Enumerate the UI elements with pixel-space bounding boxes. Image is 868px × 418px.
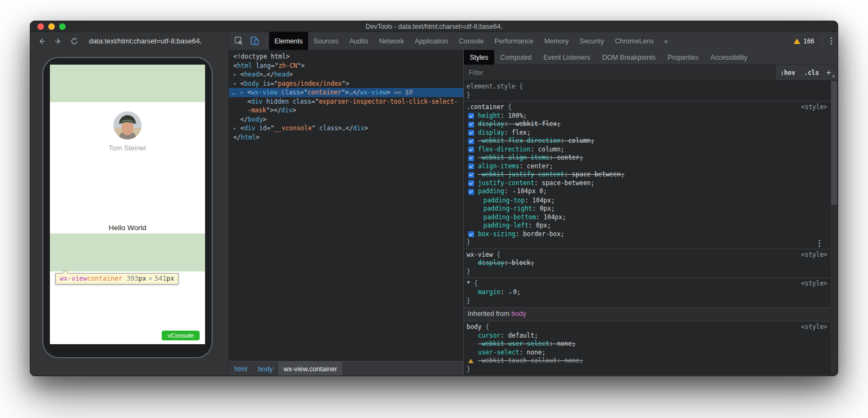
node-menu-ellipsis[interactable]: …	[232, 88, 236, 97]
new-style-rule-button[interactable]: +	[824, 65, 838, 80]
property-checkbox[interactable]	[468, 172, 474, 178]
tab-network[interactable]: Network	[374, 32, 410, 50]
tab-elements[interactable]: Elements	[269, 32, 308, 50]
property-checkbox[interactable]	[468, 147, 474, 153]
style-origin-link[interactable]: <style>	[801, 280, 827, 288]
css-property[interactable]: height: 100%;	[467, 112, 829, 121]
css-property[interactable]: padding: ▾104px 0;	[467, 187, 829, 197]
reload-icon[interactable]	[69, 36, 79, 46]
property-checkbox[interactable]	[468, 189, 474, 195]
expand-closed-icon[interactable]: ▸	[233, 124, 240, 133]
css-property[interactable]: padding-left: 0px;	[467, 221, 829, 230]
rule-selector[interactable]: body	[467, 323, 482, 331]
tab-sources[interactable]: Sources	[308, 32, 344, 50]
css-property[interactable]: display: -webkit-flex;	[467, 120, 829, 129]
property-checkbox[interactable]	[468, 122, 474, 128]
property-checkbox[interactable]	[468, 163, 474, 169]
expand-closed-icon[interactable]: ▸	[233, 70, 240, 79]
styles-filter-input[interactable]	[464, 65, 776, 80]
css-property[interactable]: padding-bottom: 104px;	[467, 213, 829, 222]
property-value: none	[557, 340, 572, 347]
tree-line[interactable]: …▸<wx-view class="container">…</wx-view>…	[229, 88, 463, 97]
sidebar-tab-accessibility[interactable]: Accessibility	[705, 50, 754, 65]
css-property[interactable]: padding-top: 104px;	[467, 197, 829, 205]
css-property[interactable]: -webkit-align-items: center;	[467, 154, 829, 162]
css-property[interactable]: user-select: none;	[467, 349, 829, 357]
expand-closed-icon[interactable]: ▸	[240, 88, 247, 97]
style-origin-link[interactable]: <style>	[801, 103, 827, 112]
css-property[interactable]: margin: ▸0;	[467, 288, 829, 297]
style-origin-link[interactable]: <style>	[801, 251, 827, 259]
minimize-window-button[interactable]	[48, 23, 55, 30]
property-checkbox[interactable]	[468, 180, 474, 186]
pseudo-state-toggle[interactable]: :hov	[776, 65, 800, 80]
address-url[interactable]: data:text/html;charset=utf-8;base64,	[89, 37, 202, 45]
sidebar-tab-event-listeners[interactable]: Event Listeners	[538, 50, 596, 65]
breadcrumb-item-html[interactable]: html	[229, 362, 253, 376]
property-checkbox[interactable]	[468, 113, 474, 119]
tree-line[interactable]: </body>	[229, 115, 463, 124]
tree-line[interactable]: <html lang="zh-CN">	[229, 61, 463, 71]
styles-scrollbar[interactable]	[830, 81, 838, 376]
vconsole-button[interactable]: vConsole	[162, 331, 200, 340]
token: </	[353, 88, 360, 96]
sidebar-tab-dom-breakpoints[interactable]: DOM Breakpoints	[596, 50, 662, 65]
rule-selector[interactable]: wx-view	[467, 251, 493, 258]
rule-selector[interactable]: element.style	[467, 83, 515, 90]
inspect-element-icon[interactable]	[232, 35, 246, 48]
tab-security[interactable]: Security	[574, 32, 609, 50]
tree-line[interactable]: ▾<body is="pages/index/index">	[229, 79, 463, 88]
tab-application[interactable]: Application	[410, 32, 454, 50]
rule-selector[interactable]: .container	[467, 103, 504, 111]
rule-menu-icon[interactable]	[813, 243, 826, 244]
rule-selector[interactable]: *	[467, 280, 470, 287]
css-property[interactable]: cursor: default;	[467, 332, 829, 340]
back-icon[interactable]	[37, 36, 47, 46]
maximize-window-button[interactable]	[59, 23, 66, 30]
css-property[interactable]: justify-content: space-between;	[467, 179, 829, 188]
tab-memory[interactable]: Memory	[539, 32, 574, 50]
tree-line[interactable]: ▸<div id="__vconsole" class>…</div>	[229, 124, 463, 133]
property-checkbox[interactable]	[468, 130, 474, 136]
property-checkbox[interactable]	[468, 155, 474, 161]
css-property[interactable]: display: block;	[467, 259, 829, 268]
css-property[interactable]: -webkit-justify-content: space-between;	[467, 170, 829, 179]
tab-chromelens[interactable]: ChromeLens	[609, 32, 659, 50]
shorthand-closed-icon[interactable]: ▸	[509, 290, 512, 295]
warning-badge[interactable]: 166	[788, 32, 820, 50]
sidebar-tab-styles[interactable]: Styles	[464, 50, 494, 65]
css-property[interactable]: -webkit-flex-direction: column;	[467, 137, 829, 145]
style-origin-link[interactable]: <style>	[801, 323, 827, 332]
inherited-from-link[interactable]: body	[512, 310, 526, 318]
tab-overflow-chevron[interactable]: »	[659, 32, 673, 50]
close-window-button[interactable]	[37, 23, 44, 30]
tree-line[interactable]: ▸<head>…</head>	[229, 70, 463, 79]
css-property[interactable]: align-items: center;	[467, 162, 829, 171]
css-property[interactable]: padding-right: 0px;	[467, 205, 829, 213]
sidebar-tab-computed[interactable]: Computed	[494, 50, 538, 65]
tab-audits[interactable]: Audits	[344, 32, 374, 50]
class-toggle[interactable]: .cls	[800, 65, 824, 80]
breadcrumb-item-wx-view-container[interactable]: wx-view.container	[278, 362, 343, 376]
css-property[interactable]: box-sizing: border-box;	[467, 230, 829, 239]
sidebar-tab-properties[interactable]: Properties	[662, 50, 705, 65]
devtools-menu-icon[interactable]	[825, 32, 838, 50]
tree-line[interactable]: <!doctype html>	[229, 52, 463, 61]
scrollbar-thumb[interactable]	[831, 81, 837, 205]
tree-line[interactable]: </html>	[229, 133, 463, 142]
css-property[interactable]: -webkit-user-select: none;	[467, 340, 829, 349]
tab-performance[interactable]: Performance	[489, 32, 539, 50]
css-property[interactable]: display: flex;	[467, 129, 829, 137]
tree-line[interactable]: <div hidden class="exparser-inspector-to…	[229, 97, 463, 115]
css-property[interactable]: flex-direction: column;	[467, 145, 829, 154]
shorthand-open-icon[interactable]: ▾	[513, 189, 515, 194]
breadcrumb-item-body[interactable]: body	[253, 362, 278, 376]
expand-open-icon[interactable]: ▾	[233, 79, 240, 88]
device-toolbar-icon[interactable]	[247, 35, 261, 48]
forward-icon[interactable]	[53, 36, 63, 46]
property-checkbox[interactable]	[468, 138, 474, 144]
property-value: column	[568, 137, 591, 144]
tab-console[interactable]: Console	[454, 32, 489, 50]
property-checkbox[interactable]	[468, 231, 474, 237]
css-property[interactable]: -webkit-touch-callout: none;	[467, 357, 829, 365]
